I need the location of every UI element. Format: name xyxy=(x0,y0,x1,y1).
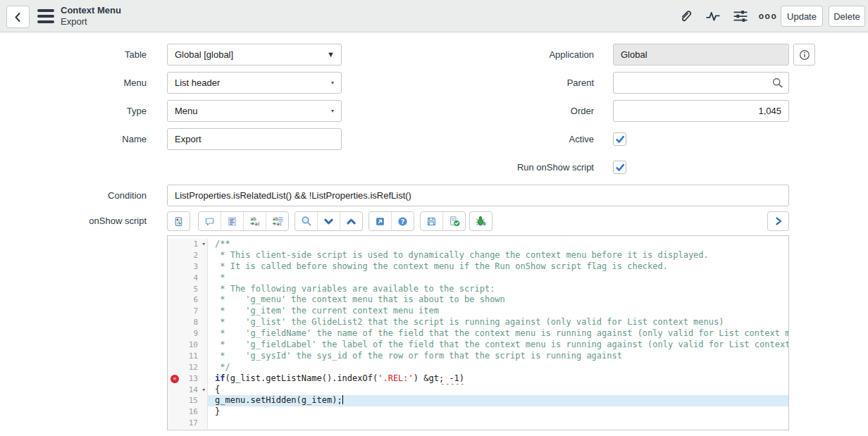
toggle-comment-button[interactable] xyxy=(199,212,221,230)
toolbar-group-syntax xyxy=(167,211,190,231)
name-label: Name xyxy=(0,128,147,150)
code-text: if(g_list.getListName().indexOf('.REL:')… xyxy=(208,373,788,385)
update-button[interactable]: Update xyxy=(781,6,823,27)
parent-lookup-button[interactable] xyxy=(766,72,789,94)
name-input[interactable]: Export xyxy=(167,128,342,150)
active-label: Active xyxy=(423,132,594,146)
menu-select-value: List header xyxy=(175,77,220,88)
fold-icon[interactable]: ▾ xyxy=(202,385,206,396)
delete-button[interactable]: Delete xyxy=(829,6,865,27)
script-debugger-button[interactable] xyxy=(470,212,492,230)
chevron-down-icon: ▾ xyxy=(331,101,334,121)
onshow-script-label: onShow script xyxy=(0,211,147,231)
code-line[interactable]: 8 * 'g_list' the GlideList2 that the scr… xyxy=(168,317,788,328)
find-next-button[interactable] xyxy=(317,212,340,230)
line-number: 6 xyxy=(168,294,207,306)
type-select[interactable]: Menu ▾ xyxy=(167,100,342,122)
info-icon xyxy=(799,49,810,61)
format-code-icon xyxy=(227,216,237,227)
condition-input-value: ListProperties.isRelatedList() && !ListP… xyxy=(175,190,411,201)
back-button[interactable] xyxy=(6,6,30,28)
popout-icon xyxy=(375,216,385,227)
personalize-form-icon[interactable] xyxy=(733,8,748,24)
table-select[interactable]: Global [global] ▼ xyxy=(167,44,342,66)
order-input-value: 1,045 xyxy=(758,106,781,116)
line-number: 12 xyxy=(168,362,207,373)
search-button[interactable] xyxy=(295,212,317,230)
fold-icon[interactable]: ▾ xyxy=(202,239,206,250)
line-number: 7 xyxy=(168,306,207,317)
error-icon[interactable]: ✕ xyxy=(170,375,179,383)
table-label: Table xyxy=(0,44,147,66)
active-checkbox[interactable] xyxy=(613,132,626,146)
line-number: 10 xyxy=(168,340,207,351)
chevron-down-icon: ▾ xyxy=(331,73,334,93)
attachment-icon[interactable] xyxy=(678,8,693,24)
more-options-icon[interactable]: ooo xyxy=(760,8,776,24)
code-line[interactable]: 11 * 'g_sysId' the sys_id of the row or … xyxy=(168,351,788,362)
application-label: Application xyxy=(423,44,594,66)
code-line[interactable]: 5 * The following variables are availabl… xyxy=(168,284,788,295)
chevron-down-icon xyxy=(323,216,334,227)
chevron-right-icon xyxy=(774,216,783,226)
onshow-script-editor[interactable]: 1 ▾ /** 2 * This client-side script is u… xyxy=(167,235,789,430)
menu-select[interactable]: List header ▾ xyxy=(167,72,342,94)
line-number: 2 xyxy=(168,250,207,261)
code-line[interactable]: 1 ▾ /** xyxy=(168,239,788,250)
application-info-button[interactable] xyxy=(793,44,815,66)
line-number: 11 xyxy=(168,351,207,362)
code-line[interactable]: 3 * It is called before showing the cont… xyxy=(168,261,788,273)
condition-input[interactable]: ListProperties.isRelatedList() && !ListP… xyxy=(167,185,789,206)
validate-script-button[interactable] xyxy=(442,212,465,230)
code-line[interactable]: 6 * 'g_menu' the context menu that is ab… xyxy=(168,294,788,306)
open-in-new-window-button[interactable] xyxy=(369,212,391,230)
context-menu-hamburger-icon[interactable] xyxy=(37,9,54,23)
code-line[interactable]: 9 * 'g_fieldName' the name of the field … xyxy=(168,328,788,340)
header-icon-bar: ooo xyxy=(678,8,776,24)
code-line[interactable]: 10 * 'g_fieldLabel' the label of the fie… xyxy=(168,340,788,351)
syntax-editor-button[interactable] xyxy=(168,212,190,230)
replace-button[interactable]: ab ac xyxy=(243,212,266,230)
comment-icon xyxy=(204,216,215,227)
code-line[interactable]: 17 xyxy=(168,418,788,429)
code-line[interactable]: 2 * This client-side script is used to d… xyxy=(168,250,788,261)
toolbar-group-debug xyxy=(469,211,492,231)
chevron-up-icon xyxy=(346,216,356,227)
code-line[interactable]: 14 ▾ { xyxy=(168,385,788,396)
code-line[interactable]: 7 * 'g_item' the current context menu it… xyxy=(168,306,788,317)
name-input-value: Export xyxy=(175,134,202,144)
code-text: * 'g_menu' the context menu that is abou… xyxy=(208,294,788,306)
line-number: 4 xyxy=(168,273,207,284)
save-button[interactable] xyxy=(421,212,442,230)
expand-toolbar-button[interactable] xyxy=(767,211,789,231)
code-line-active[interactable]: 15 g_menu.setHidden(g_item); xyxy=(168,395,788,406)
type-label: Type xyxy=(0,100,147,122)
menu-label: Menu xyxy=(0,72,147,94)
order-label: Order xyxy=(423,100,594,122)
code-text: * It is called before showing the contex… xyxy=(208,261,788,273)
parent-input[interactable] xyxy=(613,72,767,94)
run-onshow-script-checkbox[interactable] xyxy=(613,161,626,174)
form-header: Context Menu Export ooo Update Delete xyxy=(0,0,868,32)
format-code-button[interactable] xyxy=(221,212,243,230)
record-title: Context Menu Export xyxy=(61,5,121,27)
line-number: 16 xyxy=(168,406,207,418)
line-number: 9 xyxy=(168,328,207,340)
chevron-down-icon: ▼ xyxy=(327,44,335,65)
replace-all-button[interactable]: ab ac xyxy=(266,212,288,230)
help-button[interactable]: ? xyxy=(391,212,414,230)
order-input[interactable]: 1,045 xyxy=(613,100,789,122)
checkmark-icon xyxy=(615,135,625,144)
toolbar-group-edit: ab ac ab ac xyxy=(198,211,289,231)
find-previous-button[interactable] xyxy=(340,212,362,230)
code-line-error[interactable]: ✕ 13 if(g_list.getListName().indexOf('.R… xyxy=(168,373,788,385)
syntax-editor-icon xyxy=(173,216,184,227)
activity-stream-icon[interactable] xyxy=(705,8,721,24)
code-line[interactable]: 12 */ xyxy=(168,362,788,373)
help-icon: ? xyxy=(397,216,408,227)
record-name-label: Export xyxy=(61,16,121,27)
code-text: { xyxy=(208,385,788,396)
code-line[interactable]: 16 } xyxy=(168,406,788,418)
code-line[interactable]: 4 * xyxy=(168,273,788,284)
type-select-value: Menu xyxy=(175,106,198,116)
